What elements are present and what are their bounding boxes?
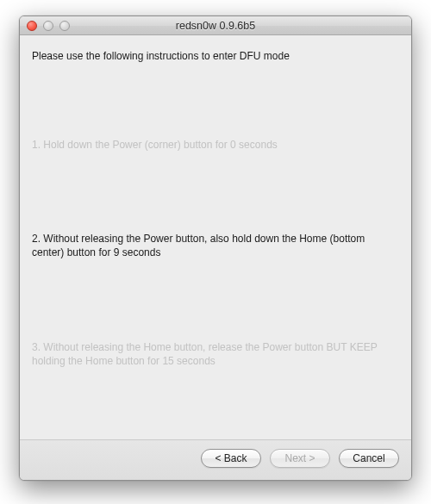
instruction-text: Please use the following instructions to… (32, 49, 399, 63)
zoom-icon[interactable] (59, 21, 70, 31)
window-controls (20, 21, 70, 31)
next-button: Next > (270, 449, 330, 468)
back-button[interactable]: < Back (201, 449, 261, 468)
cancel-button[interactable]: Cancel (339, 449, 399, 468)
titlebar: redsn0w 0.9.6b5 (20, 16, 411, 35)
close-icon[interactable] (27, 21, 37, 31)
footer: < Back Next > Cancel (20, 439, 411, 480)
content-area: Please use the following instructions to… (20, 35, 411, 439)
minimize-icon[interactable] (43, 21, 53, 31)
step-3: 3. Without releasing the Home button, re… (32, 340, 399, 368)
step-1: 1. Hold down the Power (corner) button f… (32, 138, 399, 152)
app-window: redsn0w 0.9.6b5 Please use the following… (19, 16, 412, 481)
step-2: 2. Without releasing the Power button, a… (32, 232, 399, 259)
steps-list: 1. Hold down the Power (corner) button f… (32, 68, 399, 439)
window-title: redsn0w 0.9.6b5 (20, 20, 411, 32)
